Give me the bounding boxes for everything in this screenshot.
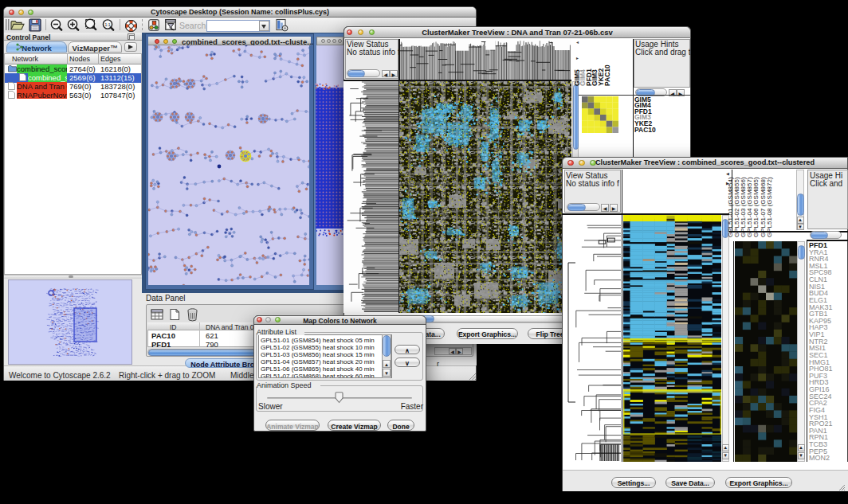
svg-text:1:1: 1:1 — [104, 22, 110, 27]
